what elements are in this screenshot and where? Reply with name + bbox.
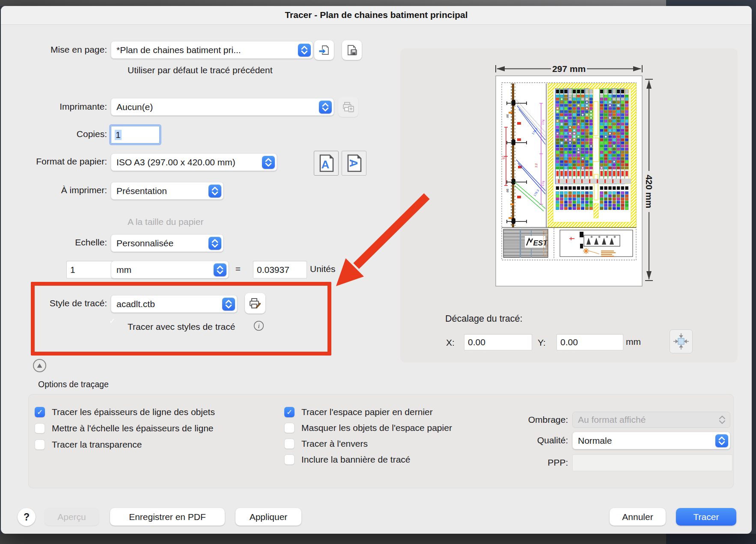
checkbox-label: Tracer l'espace papier en dernier — [301, 407, 433, 417]
imprimante-dropdown[interactable]: Aucun(e) — [111, 98, 334, 116]
printer-brush-icon — [248, 296, 262, 310]
qualite-dropdown[interactable]: Normale — [572, 432, 730, 449]
checkbox-tracer-a-l-envers[interactable] — [284, 439, 295, 449]
scale-value-input[interactable]: 1 — [66, 261, 115, 278]
checkbox-label: Tracer la transparence — [52, 439, 142, 450]
title-block-logo: EST — [533, 239, 548, 247]
svg-text:86: 86 — [506, 114, 509, 118]
stepper-icon — [222, 298, 235, 311]
offset-y-input[interactable]: 0.00 — [557, 334, 623, 350]
checkbox-tracer-les-epaisseurs-de-ligne-des-objet[interactable] — [35, 407, 45, 417]
checkbox-label: Masquer les objets de l'espace papier — [301, 423, 452, 433]
format-papier-value: ISO A3 (297.00 x 420.00 mm) — [116, 157, 259, 167]
mise-en-page-dropdown[interactable]: *Plan de chaines batiment pri... — [111, 41, 313, 59]
stepper-icon — [208, 237, 221, 250]
stepper-icon — [262, 156, 275, 169]
scale-factor-input[interactable]: 0.03937 — [253, 261, 307, 278]
echelle-label: Echelle: — [0, 237, 107, 248]
qualite-value: Normale — [578, 436, 712, 446]
orientation-landscape-button[interactable]: A — [342, 151, 366, 176]
ombrage-dropdown: Au format affiché — [572, 412, 730, 428]
a-imprimer-value: Présentation — [116, 186, 205, 196]
scale-equals: = — [229, 264, 247, 274]
decalage-header: Décalage du tracé: — [445, 314, 522, 324]
center-plot-button[interactable] — [670, 329, 693, 353]
stepper-icon — [214, 263, 226, 276]
width-dimension-label: 297 mm — [552, 64, 586, 74]
copies-value: 1 — [115, 130, 122, 140]
orientation-portrait-button[interactable]: A — [314, 151, 339, 176]
height-dimension: 420 mm — [644, 79, 654, 281]
import-page-icon — [318, 44, 330, 57]
offset-y-label: Y: — [538, 338, 546, 348]
svg-text:A: A — [347, 159, 360, 167]
checkbox-tracer-l-espace-papier-en-dernier[interactable] — [284, 407, 295, 417]
tracer-button[interactable]: Tracer — [676, 508, 736, 526]
save-layout-button[interactable] — [342, 40, 362, 60]
imprimante-value: Aucun(e) — [116, 102, 315, 112]
collapse-up-icon — [37, 363, 42, 368]
offset-x-label: X: — [446, 338, 455, 348]
checkbox-inclure-la-banniere-de-trace[interactable] — [284, 454, 295, 465]
ombrage-label: Ombrage: — [461, 415, 568, 425]
offset-unit-label: mm — [626, 337, 641, 347]
format-papier-dropdown[interactable]: ISO A3 (297.00 x 420.00 mm) — [111, 153, 277, 171]
option-row: Mettre à l'échelle les épaisseurs de lig… — [35, 423, 215, 433]
help-button[interactable]: ? — [18, 508, 36, 526]
option-row: Tracer à l'envers — [284, 439, 452, 449]
style-trace-label: Style de tracé: — [0, 298, 107, 308]
annuler-label: Annuler — [622, 512, 653, 522]
checkbox-label: Inclure la bannière de tracé — [301, 454, 411, 465]
scale-value: 1 — [70, 265, 75, 275]
svg-text:A: A — [321, 158, 330, 171]
help-label: ? — [24, 511, 30, 523]
stepper-icon — [715, 434, 728, 447]
save-page-icon — [345, 44, 358, 57]
import-layout-button[interactable] — [314, 40, 334, 60]
stepper-icon — [319, 101, 332, 114]
checkbox-mettre-a-l-echelle-les-epaisseurs-de-lig[interactable] — [35, 423, 45, 433]
style-checkbox-label: Tracer avec styles de tracé — [128, 322, 235, 332]
apercu-label: Aperçu — [57, 512, 86, 522]
height-dimension-label: 420 mm — [644, 175, 654, 208]
copies-input[interactable]: 1 — [111, 126, 160, 143]
offset-x-value: 0.00 — [468, 337, 485, 347]
echelle-dropdown[interactable]: Personnalisée — [111, 234, 223, 252]
stepper-icon — [298, 44, 311, 57]
copies-label: Copies: — [0, 129, 107, 139]
printer-config-icon — [342, 100, 355, 114]
annuler-button[interactable]: Annuler — [610, 508, 666, 526]
checkbox-masquer-les-objets-de-l-espace-papier[interactable] — [284, 423, 295, 433]
plot-style-editor-button[interactable] — [245, 293, 265, 314]
info-button[interactable]: i — [253, 320, 264, 331]
checkbox-label: Tracer les épaisseurs de ligne des objet… — [52, 407, 215, 417]
background-top-strip — [0, 0, 666, 6]
center-plot-icon — [673, 332, 690, 350]
options-column-2: Tracer l'espace papier en dernierMasquer… — [284, 407, 452, 465]
printer-config-button — [338, 97, 358, 117]
offset-x-input[interactable]: 0.00 — [464, 334, 532, 350]
offset-y-value: 0.00 — [560, 337, 578, 347]
appliquer-button[interactable]: Appliquer — [235, 508, 301, 526]
scale-unit-value: mm — [116, 265, 210, 275]
appliquer-label: Appliquer — [250, 512, 288, 522]
a-imprimer-dropdown[interactable]: Présentation — [111, 182, 223, 200]
a-imprimer-label: À imprimer: — [0, 185, 107, 195]
mise-en-page-label: Mise en page: — [0, 45, 107, 55]
option-row: Masquer les objets de l'espace papier — [284, 423, 452, 433]
background-bottom-right-strip — [666, 534, 756, 544]
option-row: Tracer les épaisseurs de ligne des objet… — [35, 407, 215, 417]
qualite-label: Qualité: — [461, 435, 568, 445]
imprimante-label: Imprimante: — [0, 102, 107, 112]
stepper-icon — [208, 185, 221, 197]
portrait-a-icon: A — [318, 154, 335, 173]
style-trace-dropdown[interactable]: acadlt.ctb — [111, 295, 237, 313]
checkbox-tracer-la-transparence[interactable] — [35, 439, 45, 450]
tracer-label: Tracer — [693, 512, 719, 522]
scale-unit-dropdown[interactable]: mm — [111, 261, 229, 278]
save-pdf-button[interactable]: Enregistrer en PDF — [110, 508, 225, 526]
ombrage-value: Au format affiché — [578, 415, 713, 425]
mise-en-page-value: *Plan de chaines batiment pri... — [116, 45, 295, 55]
collapse-button[interactable] — [33, 359, 46, 372]
option-row: Tracer la transparence — [35, 439, 215, 450]
